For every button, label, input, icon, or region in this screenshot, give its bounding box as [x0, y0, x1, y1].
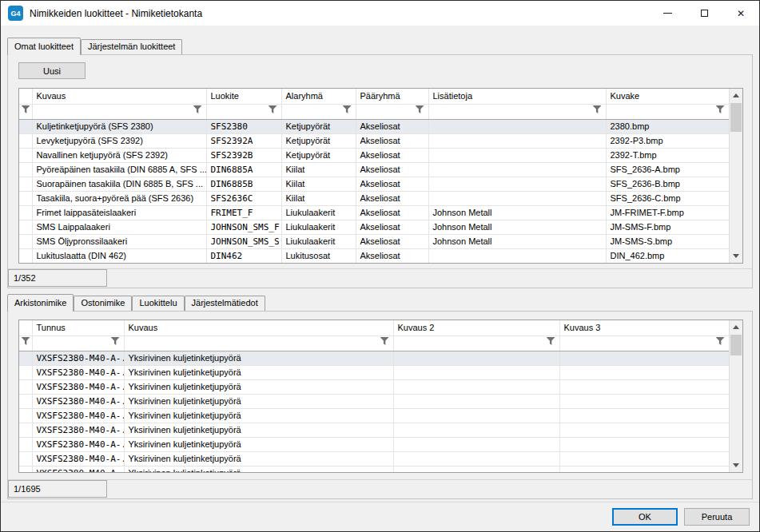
- filter-cell[interactable]: [19, 335, 32, 351]
- scroll-up-button[interactable]: [730, 89, 742, 102]
- row-indicator[interactable]: [19, 437, 32, 451]
- close-button[interactable]: ✕: [722, 1, 759, 26]
- grid-cell[interactable]: VXSFS2380-M40-A-...: [32, 437, 124, 451]
- row-indicator[interactable]: [19, 351, 32, 365]
- grid-cell[interactable]: [559, 379, 729, 394]
- row-indicator[interactable]: [19, 451, 32, 466]
- filter-cell[interactable]: [32, 104, 206, 119]
- row-indicator[interactable]: [19, 408, 32, 423]
- grid-cell[interactable]: Suorapäinen tasakiila (DIN 6885 B, SFS .…: [32, 177, 206, 191]
- grid-cell[interactable]: JM-SMS-F.bmp: [606, 220, 729, 234]
- grid-cell[interactable]: Akseliosat: [356, 162, 428, 177]
- filter-funnel-icon[interactable]: [343, 105, 352, 113]
- grid-cell[interactable]: Akseliosat: [356, 191, 428, 205]
- column-header[interactable]: Lisätietoja: [428, 89, 606, 104]
- grid-cell[interactable]: [393, 379, 559, 394]
- grid-cell[interactable]: Tasakiila, suora+pyöreä pää (SFS 2636): [32, 191, 206, 205]
- grid-row[interactable]: VXSFS2380-M40-A-...Yksirivinen kuljetink…: [19, 379, 729, 394]
- grid-cell[interactable]: [559, 394, 729, 408]
- row-indicator[interactable]: [19, 148, 32, 162]
- grid-cell[interactable]: SFS2392B: [206, 148, 281, 162]
- filter-funnel-icon[interactable]: [111, 337, 120, 345]
- column-header[interactable]: Pääryhmä: [356, 89, 428, 104]
- grid-cell[interactable]: Yksirivinen kuljetinketjupyörä: [124, 466, 393, 472]
- column-header[interactable]: Kuvake: [606, 89, 729, 104]
- grid-cell[interactable]: [393, 365, 559, 379]
- grid-row[interactable]: Tasakiila, suora+pyöreä pää (SFS 2636)SF…: [19, 191, 729, 205]
- grid-cell[interactable]: DIN_462.bmp: [606, 248, 729, 263]
- grid-cell[interactable]: [393, 451, 559, 466]
- grid-cell[interactable]: [559, 351, 729, 365]
- new-button[interactable]: Uusi: [18, 62, 86, 79]
- grid-cell[interactable]: VXSFS2380-M40-A-...: [32, 351, 124, 365]
- grid-cell[interactable]: Johnson Metall: [428, 205, 606, 220]
- grid-cell[interactable]: Akseliosat: [356, 220, 428, 234]
- scrollbar-thumb[interactable]: [730, 335, 742, 355]
- grid-cell[interactable]: [559, 365, 729, 379]
- grid-cell[interactable]: DIN6885B: [206, 177, 281, 191]
- grid-cell[interactable]: JM-FRIMET-F.bmp: [606, 205, 729, 220]
- grid-cell[interactable]: [428, 162, 606, 177]
- grid-row[interactable]: Suorapäinen tasakiila (DIN 6885 B, SFS .…: [19, 177, 729, 191]
- classifications-grid-scrollbar[interactable]: [729, 89, 742, 263]
- grid-cell[interactable]: JM-SMS-S.bmp: [606, 234, 729, 248]
- grid-cell[interactable]: [428, 191, 606, 205]
- cancel-button[interactable]: Peruuta: [684, 508, 750, 526]
- grid-cell[interactable]: [559, 437, 729, 451]
- column-header[interactable]: Kuvaus 2: [393, 320, 559, 335]
- grid-row[interactable]: VXSFS2380-M40-A-...Yksirivinen kuljetink…: [19, 451, 729, 466]
- filter-cell[interactable]: [356, 104, 428, 119]
- row-indicator[interactable]: [19, 394, 32, 408]
- filter-funnel-icon[interactable]: [22, 337, 30, 345]
- grid-cell[interactable]: SFS_2636-A.bmp: [606, 162, 729, 177]
- minimize-button[interactable]: [649, 1, 686, 26]
- filter-funnel-icon[interactable]: [193, 105, 202, 113]
- column-header[interactable]: Alaryhmä: [281, 89, 356, 104]
- grid-cell[interactable]: VXSFS2380-M40-A-...: [32, 466, 124, 472]
- tab-jarjestelmatiedot[interactable]: Järjestelmätiedot: [185, 296, 265, 311]
- grid-cell[interactable]: Kiilat: [281, 162, 356, 177]
- grid-cell[interactable]: Ketjupyörät: [281, 119, 356, 133]
- grid-cell[interactable]: Akseliosat: [356, 234, 428, 248]
- column-header[interactable]: Kuvaus 3: [559, 320, 729, 335]
- filter-cell[interactable]: [428, 104, 606, 119]
- grid-cell[interactable]: Akseliosat: [356, 177, 428, 191]
- grid-cell[interactable]: JOHNSON_SMS_F: [206, 220, 281, 234]
- grid-cell[interactable]: SFS_2636-B.bmp: [606, 177, 729, 191]
- grid-cell[interactable]: Johnson Metall: [428, 220, 606, 234]
- grid-cell[interactable]: SFS_2636-C.bmp: [606, 191, 729, 205]
- grid-cell[interactable]: [393, 466, 559, 472]
- grid-row[interactable]: Pyöreäpäinen tasakiila (DIN 6885 A, SFS …: [19, 162, 729, 177]
- grid-cell[interactable]: Johnson Metall: [428, 234, 606, 248]
- grid-cell[interactable]: Pyöreäpäinen tasakiila (DIN 6885 A, SFS …: [32, 162, 206, 177]
- grid-cell[interactable]: Yksirivinen kuljetinketjupyörä: [124, 351, 393, 365]
- filter-cell[interactable]: [559, 335, 729, 351]
- grid-cell[interactable]: VXSFS2380-M40-A-...: [32, 365, 124, 379]
- grid-cell[interactable]: Yksirivinen kuljetinketjupyörä: [124, 423, 393, 437]
- grid-cell[interactable]: FRIMET_F: [206, 205, 281, 220]
- grid-cell[interactable]: Liukulaakerit: [281, 205, 356, 220]
- row-indicator[interactable]: [19, 248, 32, 263]
- grid-cell[interactable]: SFS2380: [206, 119, 281, 133]
- column-header[interactable]: Luokite: [206, 89, 281, 104]
- grid-cell[interactable]: VXSFS2380-M40-A-...: [32, 423, 124, 437]
- grid-cell[interactable]: Levyketjupyörä (SFS 2392): [32, 133, 206, 148]
- scroll-down-button[interactable]: [730, 249, 742, 263]
- grid-cell[interactable]: [428, 148, 606, 162]
- row-indicator[interactable]: [19, 466, 32, 472]
- grid-cell[interactable]: Liukulaakerit: [281, 234, 356, 248]
- grid-cell[interactable]: [559, 423, 729, 437]
- filter-cell[interactable]: [206, 104, 281, 119]
- grid-cell[interactable]: Akseliosat: [356, 133, 428, 148]
- row-indicator[interactable]: [19, 379, 32, 394]
- grid-cell[interactable]: Yksirivinen kuljetinketjupyörä: [124, 408, 393, 423]
- grid-cell[interactable]: 2380.bmp: [606, 119, 729, 133]
- filter-funnel-icon[interactable]: [547, 337, 555, 345]
- filter-funnel-icon[interactable]: [380, 337, 389, 345]
- grid-cell[interactable]: Yksirivinen kuljetinketjupyörä: [124, 365, 393, 379]
- grid-row[interactable]: Levyketjupyörä (SFS 2392)SFS2392AKetjupy…: [19, 133, 729, 148]
- grid-row[interactable]: VXSFS2380-M40-A-...Yksirivinen kuljetink…: [19, 466, 729, 472]
- grid-cell[interactable]: Ketjupyörät: [281, 148, 356, 162]
- row-indicator[interactable]: [19, 119, 32, 133]
- grid-row[interactable]: SMS LaippalaakeriJOHNSON_SMS_FLiukulaake…: [19, 220, 729, 234]
